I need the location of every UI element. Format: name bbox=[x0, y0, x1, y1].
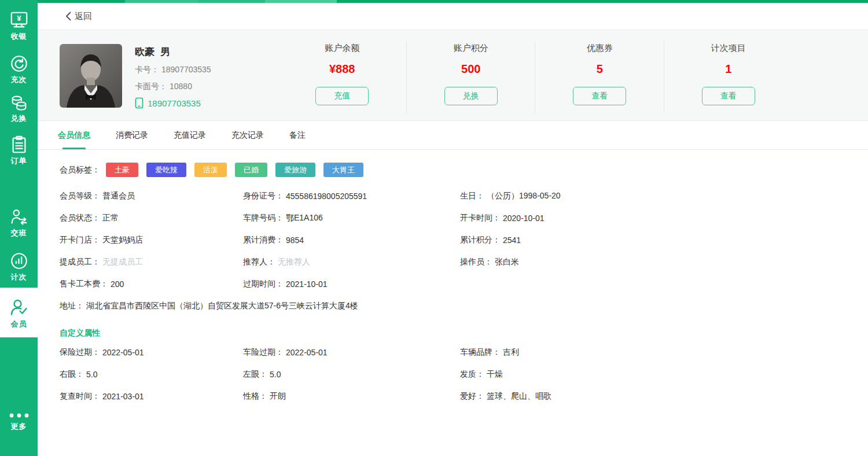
custom-attributes-grid: 保险过期：2022-05-01 车险过期：2022-05-01 车辆品牌：吉利 … bbox=[60, 341, 851, 407]
tab-recharge-times-records[interactable]: 充次记录 bbox=[231, 121, 264, 149]
view-coupons-button[interactable]: 查看 bbox=[573, 87, 626, 105]
sidebar-item-member[interactable]: 会员 bbox=[0, 288, 38, 337]
detail-field: 车牌号码：鄂E1A106 bbox=[243, 207, 460, 229]
back-label: 返回 bbox=[75, 11, 92, 22]
custom-field: 保险过期：2022-05-01 bbox=[60, 341, 243, 363]
stat-value: ¥888 bbox=[278, 62, 407, 76]
detail-field: 操作员：张白米 bbox=[460, 251, 851, 273]
mobile-phone-icon bbox=[135, 97, 144, 109]
sidebar-item-label: 收银 bbox=[0, 31, 38, 42]
member-detail-content: 会员标签： 土豪 爱吃辣 活泼 已婚 爱旅游 大胃王 会员等级：普通会员 身份证… bbox=[38, 150, 868, 407]
card-number-label: 卡号： bbox=[135, 65, 159, 74]
card-number-value: 18907703535 bbox=[161, 65, 211, 74]
sidebar-item-cashier[interactable]: ¥ 收银 bbox=[0, 9, 38, 42]
card-face-label: 卡面号： bbox=[135, 82, 167, 91]
member-tag: 活泼 bbox=[194, 163, 227, 177]
stat-value: 1 bbox=[664, 62, 793, 76]
detail-field-empty bbox=[460, 273, 851, 295]
tab-recharge-records[interactable]: 充值记录 bbox=[174, 121, 206, 149]
tab-notes[interactable]: 备注 bbox=[289, 121, 306, 149]
member-tag: 爱吃辣 bbox=[146, 163, 186, 177]
custom-attributes-title: 自定义属性 bbox=[60, 325, 851, 341]
sidebar-item-orders[interactable]: 订单 bbox=[0, 134, 38, 166]
stat-label: 优惠券 bbox=[535, 43, 664, 54]
card-face-row: 卡面号：10880 bbox=[135, 82, 211, 92]
chevron-left-icon bbox=[65, 12, 71, 21]
sidebar-item-label: 交班 bbox=[0, 228, 38, 238]
detail-field: 会员等级：普通会员 bbox=[60, 185, 243, 207]
custom-field: 右眼：5.0 bbox=[60, 363, 243, 385]
account-stats: 账户余额 ¥888 充值 账户积分 500 兑换 优惠券 5 查看 计次项目 1… bbox=[278, 30, 793, 120]
exchange-coins-icon bbox=[0, 91, 38, 112]
detail-field: 提成员工：无提成员工 bbox=[60, 251, 243, 273]
redeem-button[interactable]: 兑换 bbox=[444, 87, 498, 105]
sidebar-item-shift[interactable]: 交班 bbox=[0, 206, 38, 238]
stat-points: 账户积分 500 兑换 bbox=[407, 43, 536, 120]
detail-field: 过期时间：2021-10-01 bbox=[243, 273, 460, 295]
card-face-value: 10880 bbox=[170, 82, 192, 91]
sidebar-item-label: 充次 bbox=[0, 75, 38, 85]
detail-field: 累计消费：9854 bbox=[243, 229, 460, 251]
recharge-times-icon bbox=[0, 53, 38, 73]
top-accent-strip bbox=[38, 0, 868, 3]
sidebar-item-exchange[interactable]: 兑换 bbox=[0, 91, 38, 124]
detail-field: 生日：（公历）1998-05-20 bbox=[460, 185, 851, 207]
member-gender: 男 bbox=[160, 46, 170, 57]
sidebar-item-label: 会员 bbox=[0, 319, 38, 329]
member-photo bbox=[60, 44, 122, 108]
detail-field: 会员状态：正常 bbox=[60, 207, 243, 229]
custom-field: 车险过期：2022-05-01 bbox=[243, 341, 460, 363]
detail-field: 累计积分：2541 bbox=[460, 229, 851, 251]
member-identity: 欧豪男 卡号：18907703535 卡面号：10880 18907703535 bbox=[38, 30, 278, 120]
tab-member-info[interactable]: 会员信息 bbox=[58, 121, 90, 149]
cash-register-icon: ¥ bbox=[0, 9, 38, 30]
orders-icon bbox=[0, 134, 38, 155]
sidebar-item-more[interactable]: 更多 bbox=[0, 410, 38, 432]
sidebar: ¥ 收银 充次 兑换 bbox=[0, 0, 38, 456]
svg-text:¥: ¥ bbox=[17, 14, 21, 23]
detail-field: 开卡时间：2020-10-01 bbox=[460, 207, 851, 229]
custom-field: 左眼：5.0 bbox=[243, 363, 460, 385]
view-count-items-button[interactable]: 查看 bbox=[702, 87, 755, 105]
detail-field: 售卡工本费：200 bbox=[60, 273, 243, 295]
tags-label: 会员标签： bbox=[60, 165, 100, 175]
stat-count-items: 计次项目 1 查看 bbox=[664, 43, 793, 120]
card-number-row: 卡号：18907703535 bbox=[135, 65, 211, 75]
stat-label: 账户余额 bbox=[278, 43, 407, 54]
stat-label: 账户积分 bbox=[407, 43, 536, 54]
custom-field: 车辆品牌：吉利 bbox=[460, 341, 851, 363]
member-tags-row: 会员标签： 土豪 爱吃辣 活泼 已婚 爱旅游 大胃王 bbox=[60, 163, 851, 177]
sidebar-item-count[interactable]: 计次 bbox=[0, 250, 38, 282]
custom-field: 复查时间：2021-03-01 bbox=[60, 385, 243, 407]
member-info-text: 欧豪男 卡号：18907703535 卡面号：10880 18907703535 bbox=[135, 44, 211, 120]
member-summary-card: 欧豪男 卡号：18907703535 卡面号：10880 18907703535 bbox=[38, 30, 868, 121]
sidebar-item-label: 更多 bbox=[0, 421, 38, 432]
member-name-row: 欧豪男 bbox=[135, 45, 211, 58]
tab-bar: 会员信息 消费记录 充值记录 充次记录 备注 bbox=[38, 121, 868, 150]
tab-consumption-records[interactable]: 消费记录 bbox=[116, 121, 148, 149]
stat-balance: 账户余额 ¥888 充值 bbox=[278, 43, 407, 120]
member-tag: 已婚 bbox=[235, 163, 267, 177]
topbar: 返回 bbox=[38, 3, 868, 30]
count-stats-icon bbox=[0, 250, 38, 271]
sidebar-item-label: 计次 bbox=[0, 272, 38, 282]
phone-row: 18907703535 bbox=[135, 97, 211, 109]
stat-coupons: 优惠券 5 查看 bbox=[535, 43, 664, 120]
custom-field: 性格：开朗 bbox=[243, 385, 460, 407]
member-detail-grid: 会员等级：普通会员 身份证号：455586198005205591 生日：（公历… bbox=[60, 185, 851, 295]
sidebar-item-label: 订单 bbox=[0, 156, 38, 166]
address-field: 地址：湖北省宜昌市西陵区中国（湖北）自贸区发展大道57-6号三峡云计算大厦4楼 bbox=[60, 295, 851, 317]
more-dots-icon bbox=[0, 410, 38, 420]
sidebar-item-label: 兑换 bbox=[0, 113, 38, 124]
member-tag: 大胃王 bbox=[323, 163, 363, 177]
main-panel: 返回 bbox=[38, 0, 868, 456]
custom-field: 爱好：篮球、爬山、唱歌 bbox=[460, 385, 851, 407]
shift-handover-icon bbox=[0, 206, 38, 227]
sidebar-item-recharge-times[interactable]: 充次 bbox=[0, 53, 38, 85]
recharge-button[interactable]: 充值 bbox=[315, 87, 369, 105]
member-tag: 土豪 bbox=[106, 163, 138, 177]
back-button[interactable]: 返回 bbox=[65, 11, 92, 22]
phone-number: 18907703535 bbox=[148, 98, 201, 108]
member-name: 欧豪 bbox=[135, 46, 155, 57]
custom-field: 发质：干燥 bbox=[460, 363, 851, 385]
